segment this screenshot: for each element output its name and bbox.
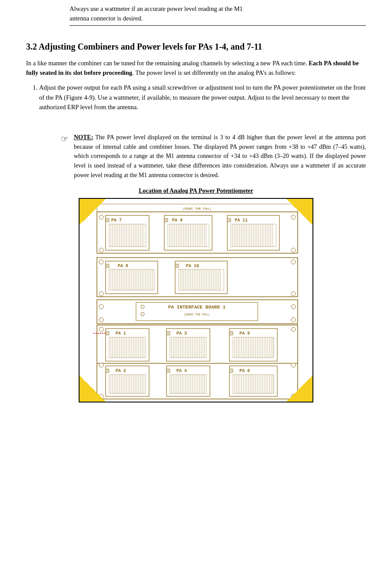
svg-text:PA  3: PA 3 <box>176 331 187 336</box>
left-annotation: POWER ADJUSTMENT SCREW FOR PA 1 <box>0 324 17 338</box>
svg-point-160 <box>291 305 296 309</box>
instruction-list: Adjust the power output for each PA usin… <box>39 83 366 112</box>
svg-point-162 <box>291 318 296 322</box>
svg-text:PA  2: PA 2 <box>116 369 126 373</box>
diagonal-corner-bl <box>80 375 106 402</box>
svg-rect-168 <box>109 337 146 358</box>
svg-rect-194 <box>170 337 206 358</box>
svg-point-244 <box>291 327 296 332</box>
section-title-text: Adjusting Combiners and Power levels for… <box>39 42 262 51</box>
svg-rect-250 <box>109 375 146 393</box>
svg-text:PA  1: PA 1 <box>116 331 126 336</box>
svg-text:PA  5: PA 5 <box>239 331 250 336</box>
svg-text:PA  7: PA 7 <box>111 218 122 223</box>
svg-point-87 <box>99 248 103 252</box>
top-note: Always use a wattmeter if an accurate po… <box>70 4 366 26</box>
annotation-line2: SCREW FOR PA 1 <box>0 331 17 338</box>
note-block: ☞ NOTE: The PA power level displayed on … <box>61 133 366 180</box>
intro-paragraph: In a like manner the combiner can be tun… <box>26 58 366 78</box>
figure-area: Location of Analog PA Power Potentiomete… <box>26 188 366 402</box>
list-item-1-text: Adjust the power output for each PA usin… <box>39 84 365 111</box>
svg-text:PA  9: PA 9 <box>172 218 183 223</box>
svg-point-149 <box>99 260 103 264</box>
intro2-text: . The power level is set differently on … <box>132 69 296 76</box>
svg-text:PA  INTERFACE  BOARD  1: PA INTERFACE BOARD 1 <box>168 305 226 310</box>
svg-point-152 <box>291 292 296 296</box>
svg-text:PA  8: PA 8 <box>118 264 128 268</box>
svg-point-324 <box>99 363 103 367</box>
pa-diagram: (ROWS THE PAs) PA 7 <box>79 198 313 402</box>
note-label: NOTE: <box>74 134 93 141</box>
svg-point-325 <box>291 363 296 367</box>
note-finger-icon: ☞ <box>61 134 69 180</box>
svg-text:PA  4: PA 4 <box>176 369 187 373</box>
svg-rect-275 <box>170 375 206 393</box>
diagonal-corner-tr <box>286 199 312 225</box>
note-text-block: NOTE: The PA power level displayed on th… <box>74 133 366 180</box>
list-item-1: Adjust the power output for each PA usin… <box>39 83 366 112</box>
svg-text:PA  6: PA 6 <box>239 369 250 373</box>
diagram-wrapper: POWER ADJUSTMENT SCREW FOR PA 1 (ROWS TH <box>26 198 366 402</box>
diagonal-corner-br <box>286 375 312 402</box>
svg-point-88 <box>291 248 296 252</box>
svg-point-243 <box>99 327 103 332</box>
svg-text:(ROWS THE PAs): (ROWS THE PAs) <box>182 207 211 211</box>
figure-title: Location of Analog PA Power Potentiomete… <box>26 188 366 194</box>
intro-text: In a like manner the combiner can be tun… <box>26 60 307 67</box>
section-number: 3.2 <box>26 42 37 51</box>
svg-text:PA  11: PA 11 <box>235 218 248 223</box>
top-note-text: Always use a wattmeter if an accurate po… <box>70 5 243 22</box>
svg-text:PA  10: PA 10 <box>186 264 199 268</box>
svg-point-150 <box>291 260 296 264</box>
svg-text:(ROWS THE PAs): (ROWS THE PAs) <box>184 313 210 316</box>
annotation-line1: POWER ADJUSTMENT <box>0 324 17 331</box>
section-heading: 3.2 Adjusting Combiners and Power levels… <box>26 41 366 52</box>
diagram-svg: (ROWS THE PAs) PA 7 <box>80 199 313 402</box>
svg-point-151 <box>99 292 103 296</box>
note-content: The PA power level displayed on the term… <box>74 134 366 178</box>
diagonal-corner-tl <box>80 199 106 225</box>
svg-point-159 <box>99 305 103 309</box>
svg-rect-33 <box>168 224 209 247</box>
svg-point-161 <box>99 318 103 322</box>
